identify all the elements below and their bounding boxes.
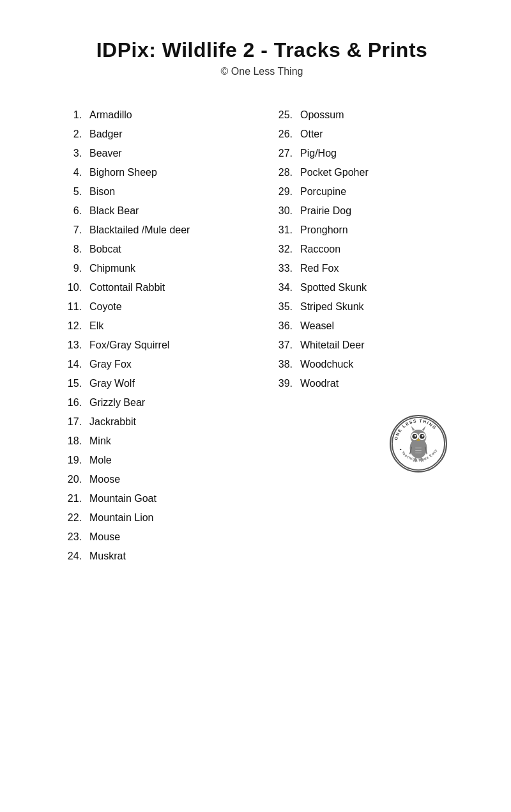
list-item: 28.Pocket Gpoher	[275, 167, 460, 178]
item-number: 31.	[275, 224, 300, 236]
item-number: 17.	[64, 416, 89, 428]
item-number: 6.	[64, 205, 89, 217]
list-item: 4.Bighorn Sheep	[64, 167, 249, 178]
item-number: 11.	[64, 301, 89, 313]
list-item: 5.Bison	[64, 186, 249, 198]
list-item: 24.Muskrat	[64, 550, 249, 562]
item-name: Fox/Gray Squirrel	[89, 340, 169, 351]
item-number: 38.	[275, 359, 300, 370]
list-item: 33.Red Fox	[275, 263, 460, 274]
item-name: Armadillo	[89, 109, 132, 121]
list-item: 11.Coyote	[64, 301, 249, 313]
list-item: 9.Chipmunk	[64, 263, 249, 274]
list-item: 31.Pronghorn	[275, 224, 460, 236]
item-number: 7.	[64, 224, 89, 236]
list-item: 38.Woodchuck	[275, 359, 460, 370]
item-name: Black Bear	[89, 205, 139, 217]
item-name: Gray Wolf	[89, 378, 135, 389]
list-item: 3.Beaver	[64, 148, 249, 159]
item-name: Muskrat	[89, 550, 126, 562]
item-name: Chipmunk	[89, 263, 135, 274]
item-number: 20.	[64, 474, 89, 485]
item-name: Pig/Hog	[300, 148, 337, 159]
page: IDPix: Wildlife 2 - Tracks & Prints © On…	[26, 0, 485, 608]
item-name: Mountain Lion	[89, 512, 154, 524]
item-name: Moose	[89, 474, 120, 485]
list-item: 36.Weasel	[275, 320, 460, 332]
brand-logo: ONE LESS THING ♦ Teaching Made Easy	[390, 415, 447, 472]
item-number: 13.	[64, 340, 89, 351]
item-number: 29.	[275, 186, 300, 198]
item-name: Whitetail Deer	[300, 340, 364, 351]
list-item: 19.Mole	[64, 455, 249, 466]
item-number: 8.	[64, 244, 89, 255]
item-number: 10.	[64, 282, 89, 293]
list-item: 6.Black Bear	[64, 205, 249, 217]
list-item: 10.Cottontail Rabbit	[64, 282, 249, 293]
item-number: 3.	[64, 148, 89, 159]
list-item: 27.Pig/Hog	[275, 148, 460, 159]
item-name: Mole	[89, 455, 112, 466]
list-item: 30.Prairie Dog	[275, 205, 460, 217]
left-column: 1.Armadillo2.Badger3.Beaver4.Bighorn She…	[64, 109, 249, 570]
item-number: 24.	[64, 550, 89, 562]
list-item: 23.Mouse	[64, 531, 249, 543]
item-number: 30.	[275, 205, 300, 217]
item-name: Raccoon	[300, 244, 340, 255]
list-item: 21.Mountain Goat	[64, 493, 249, 504]
list-item: 7.Blacktailed /Mule deer	[64, 224, 249, 236]
item-name: Woodrat	[300, 378, 339, 389]
list-item: 13.Fox/Gray Squirrel	[64, 340, 249, 351]
item-number: 15.	[64, 378, 89, 389]
item-name: Mouse	[89, 531, 120, 543]
item-name: Badger	[89, 129, 123, 140]
list-item: 32.Raccoon	[275, 244, 460, 255]
list-item: 34.Spotted Skunk	[275, 282, 460, 293]
item-name: Grizzly Bear	[89, 397, 145, 409]
item-number: 33.	[275, 263, 300, 274]
list-item: 26.Otter	[275, 129, 460, 140]
item-number: 19.	[64, 455, 89, 466]
page-subtitle: © One Less Thing	[64, 66, 460, 77]
list-item: 17.Jackrabbit	[64, 416, 249, 428]
svg-point-11	[415, 435, 416, 437]
page-title: IDPix: Wildlife 2 - Tracks & Prints	[64, 38, 460, 62]
item-name: Red Fox	[300, 263, 339, 274]
item-number: 28.	[275, 167, 300, 178]
header: IDPix: Wildlife 2 - Tracks & Prints © On…	[64, 38, 460, 77]
item-name: Pocket Gpoher	[300, 167, 369, 178]
content-area: 1.Armadillo2.Badger3.Beaver4.Bighorn She…	[64, 109, 460, 570]
item-number: 21.	[64, 493, 89, 504]
list-item: 12.Elk	[64, 320, 249, 332]
list-item: 39.Woodrat	[275, 378, 460, 389]
list-item: 18.Mink	[64, 435, 249, 447]
item-number: 25.	[275, 109, 300, 121]
logo-area: ONE LESS THING ♦ Teaching Made Easy	[275, 415, 460, 472]
list-item: 37.Whitetail Deer	[275, 340, 460, 351]
item-number: 36.	[275, 320, 300, 332]
item-name: Cottontail Rabbit	[89, 282, 165, 293]
item-number: 14.	[64, 359, 89, 370]
list-item: 29.Porcupine	[275, 186, 460, 198]
list-item: 22.Mountain Lion	[64, 512, 249, 524]
item-name: Weasel	[300, 320, 334, 332]
item-number: 34.	[275, 282, 300, 293]
svg-point-12	[422, 435, 423, 437]
item-name: Bighorn Sheep	[89, 167, 157, 178]
item-number: 16.	[64, 397, 89, 409]
item-number: 39.	[275, 378, 300, 389]
item-number: 27.	[275, 148, 300, 159]
item-number: 18.	[64, 435, 89, 447]
list-item: 35.Striped Skunk	[275, 301, 460, 313]
item-name: Otter	[300, 129, 323, 140]
item-number: 37.	[275, 340, 300, 351]
item-name: Elk	[89, 320, 103, 332]
item-name: Gray Fox	[89, 359, 132, 370]
list-item: 16.Grizzly Bear	[64, 397, 249, 409]
item-name: Striped Skunk	[300, 301, 364, 313]
item-name: Jackrabbit	[89, 416, 136, 428]
item-name: Opossum	[300, 109, 344, 121]
item-number: 5.	[64, 186, 89, 198]
item-name: Pronghorn	[300, 224, 348, 236]
item-name: Mink	[89, 435, 111, 447]
